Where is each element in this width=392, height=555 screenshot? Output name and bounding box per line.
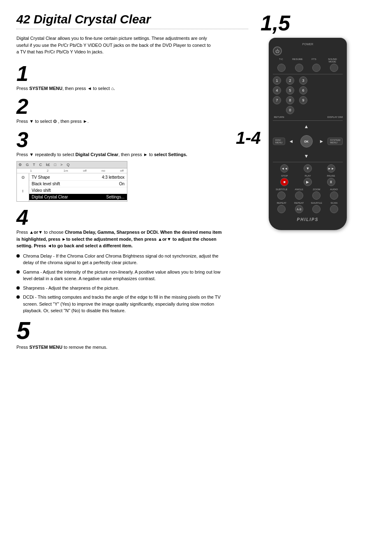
menu-rows: TV Shape 4:3 letterbox Black level shift…: [29, 173, 127, 201]
subtitle-row: [273, 191, 343, 200]
label-fts: FTS: [308, 58, 320, 63]
btn-5[interactable]: 5: [286, 86, 294, 94]
btn-soundmode[interactable]: [330, 64, 338, 72]
label-play: PLAY: [302, 175, 314, 177]
menu-bar-g: G: [26, 163, 29, 167]
menu-sidebar-icon-2: ↕: [22, 189, 24, 193]
menu-row-dcc: Digital Crystal Clear Settings...: [29, 194, 127, 200]
btn-tc[interactable]: [277, 64, 286, 72]
repeat-labels-row: REPEAT REPEAT SHUFFLE SCAN: [273, 202, 343, 204]
btn-pause[interactable]: ⏸: [327, 178, 335, 186]
nav-left-btn[interactable]: ◄: [289, 138, 294, 144]
top-buttons-row: [273, 64, 343, 72]
btn-resume[interactable]: [295, 64, 303, 72]
menu-screenshot: ⚙ G T C k£ □ > Q 1 2 1m off no off: [16, 161, 127, 202]
title-divider: [16, 29, 248, 29]
btn-shuffle[interactable]: [312, 205, 321, 213]
btn-2[interactable]: 2: [286, 76, 294, 85]
label-repeat2: REPEAT: [293, 202, 305, 204]
divider-2: [273, 120, 343, 121]
btn-7[interactable]: 7: [273, 96, 281, 104]
step-indicator-14: 1-4: [236, 128, 261, 148]
menu-bar-c: C: [39, 163, 42, 167]
nav-down-btn[interactable]: ▼: [304, 153, 309, 159]
bullet-dot-4: [16, 295, 20, 299]
disc-menu-btn[interactable]: DISCMENU: [273, 138, 285, 145]
btn-ff[interactable]: ►►: [327, 164, 335, 173]
btn-repeat1[interactable]: [277, 205, 286, 213]
power-button[interactable]: ⏻: [273, 46, 282, 55]
label-soundmode: SOUND MODE: [324, 58, 341, 63]
btn-angle[interactable]: [295, 191, 303, 200]
power-section: POWER ⏻: [273, 43, 343, 55]
btn-6[interactable]: 6: [299, 86, 307, 94]
nav-right-btn[interactable]: ►: [319, 138, 324, 144]
btn-rew[interactable]: ◄◄: [280, 164, 288, 173]
btn-repeat2[interactable]: A-B: [295, 205, 303, 213]
bullet-dot-1: [16, 254, 20, 258]
label-pause: PAUSE: [325, 175, 337, 177]
step-4-text: Press ▲or▼ to choose Chroma Delay, Gamma…: [16, 229, 222, 249]
return-displaydim-row: RETURN DISPLAY DIM: [273, 116, 343, 118]
btn-down-nav[interactable]: ▼: [304, 164, 312, 173]
menu-bar-t: T: [33, 163, 35, 167]
ok-btn[interactable]: OK: [300, 135, 313, 147]
bullet-chroma: Chroma Delay - If the Chroma Color and C…: [16, 253, 222, 266]
top-labels-row: T-C RESUME FTS SOUND MODE: [273, 58, 343, 63]
remote-wrapper: POWER ⏻ T-C RESUME FTS SOUND MODE: [261, 38, 355, 230]
label-angle: ANGLE: [293, 188, 305, 191]
btn-zoom[interactable]: [312, 191, 321, 200]
btn-4[interactable]: 4: [273, 86, 281, 94]
step-1: 1 Press SYSTEM MENU, then press ◄ to sel…: [16, 63, 248, 92]
label-audio: AUDIO: [328, 188, 340, 191]
intro-text: Digital Crystal Clear allows you to fine…: [16, 35, 214, 55]
btn-9[interactable]: 9: [299, 96, 307, 104]
label-repeat1: REPEAT: [275, 202, 288, 204]
label-return: RETURN: [273, 116, 285, 118]
step-4: 4 Press ▲or▼ to choose Chroma Delay, Gam…: [16, 207, 248, 314]
page: 42 Digital Crystal Clear Digital Crystal…: [0, 0, 392, 555]
brand-label: PHILIPS: [273, 217, 343, 222]
btn-8[interactable]: 8: [286, 96, 294, 104]
menu-bar-sq: □: [54, 163, 56, 167]
subtitle-labels-row: SUBTITLE ANGLE ZOOM AUDIO: [273, 188, 343, 191]
step-1-number: 1: [16, 63, 248, 84]
step-3-text: Press ▼ repeatedly to select Digital Cry…: [16, 151, 222, 158]
label-stop: STOP: [278, 175, 291, 177]
remote-body: POWER ⏻ T-C RESUME FTS SOUND MODE: [269, 38, 347, 230]
system-menu-btn[interactable]: SYSTEMMENU: [327, 138, 343, 145]
label-subtitle: SUBTITLE: [275, 188, 288, 191]
btn-1[interactable]: 1: [273, 76, 281, 85]
nav-cluster: ▲ ◄ OK ► ▼: [288, 123, 325, 160]
divider-1: [273, 74, 343, 74]
bullet-dot-3: [16, 286, 20, 290]
nav-up-btn[interactable]: ▲: [304, 124, 309, 129]
menu-top-bar: ⚙ G T C k£ □ > Q: [17, 161, 127, 168]
label-tc: T-C: [275, 58, 287, 63]
btn-3[interactable]: 3: [299, 76, 307, 85]
bullet-dcdi: DCDi - This setting computes and tracks …: [16, 294, 222, 314]
btn-play[interactable]: ▶: [304, 178, 312, 186]
menu-sidebar-icon-1: ⊙: [21, 175, 25, 180]
btn-subtitle[interactable]: [277, 191, 286, 200]
label-shuffle: SHUFFLE: [310, 202, 323, 204]
btn-scan[interactable]: [330, 205, 338, 213]
step-5-text: Press SYSTEM MENU to remove the menus.: [16, 344, 222, 351]
btn-fts[interactable]: [312, 64, 321, 72]
btn-audio[interactable]: [330, 191, 338, 200]
bullet-list: Chroma Delay - If the Chroma Color and C…: [16, 253, 248, 314]
step-indicator-15: 1,5: [261, 12, 290, 34]
label-resume: RESUME: [291, 58, 304, 63]
btn-0[interactable]: 0: [286, 106, 294, 114]
label-zoom: ZOOM: [310, 188, 323, 191]
disc-system-row: DISCMENU ▲ ◄ OK ► ▼ SYSTEMMENU: [273, 123, 343, 160]
right-content: 1,5 POWER ⏻ T-C RESUME FTS SOUND MODE: [256, 12, 380, 543]
step-2: 2 Press ▼ to select ⊙ , then press ►.: [16, 96, 248, 125]
step-3: 3 Press ▼ repeatedly to select Digital C…: [16, 129, 248, 202]
step-2-text: Press ▼ to select ⊙ , then press ►.: [16, 118, 222, 125]
menu-sidebar: ⊙ ↕: [17, 173, 29, 201]
menu-bar-arr: >: [60, 163, 62, 167]
step-5: 5 Press SYSTEM MENU to remove the menus.: [16, 318, 248, 351]
step-5-number: 5: [16, 318, 248, 343]
btn-stop[interactable]: ■: [280, 178, 288, 186]
